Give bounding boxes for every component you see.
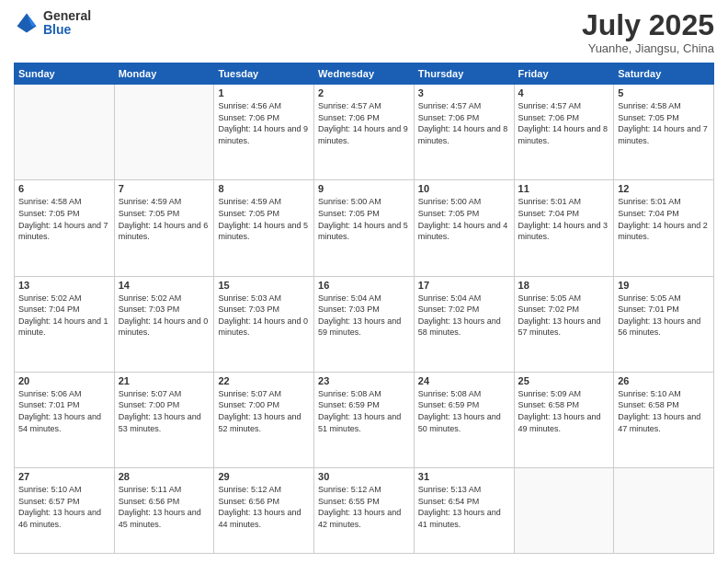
- logo: General Blue: [14, 9, 91, 38]
- day-content: Sunrise: 5:04 AMSunset: 7:03 PMDaylight:…: [318, 293, 410, 339]
- day-content: Sunrise: 4:59 AMSunset: 7:05 PMDaylight:…: [218, 196, 310, 242]
- page: General Blue July 2025 Yuanhe, Jiangsu, …: [0, 0, 728, 563]
- week-row-4: 20Sunrise: 5:06 AMSunset: 7:01 PMDayligh…: [15, 372, 714, 467]
- day-number: 15: [218, 280, 310, 291]
- header: General Blue July 2025 Yuanhe, Jiangsu, …: [14, 9, 714, 55]
- logo-text: General Blue: [43, 9, 91, 38]
- day-number: 2: [318, 87, 410, 98]
- day-content: Sunrise: 5:06 AMSunset: 7:01 PMDaylight:…: [18, 388, 110, 434]
- weekday-header-row: SundayMondayTuesdayWednesdayThursdayFrid…: [15, 63, 714, 85]
- day-number: 30: [318, 471, 410, 482]
- day-content: Sunrise: 4:57 AMSunset: 7:06 PMDaylight:…: [418, 100, 510, 146]
- day-number: 16: [318, 280, 410, 291]
- location: Yuanhe, Jiangsu, China: [582, 41, 714, 55]
- weekday-header-monday: Monday: [114, 63, 214, 85]
- calendar-cell: 29Sunrise: 5:12 AMSunset: 6:56 PMDayligh…: [214, 468, 314, 554]
- day-number: 11: [518, 183, 610, 194]
- weekday-header-friday: Friday: [514, 63, 614, 85]
- calendar-cell: 28Sunrise: 5:11 AMSunset: 6:56 PMDayligh…: [114, 468, 214, 554]
- day-number: 14: [119, 280, 210, 291]
- day-number: 6: [18, 183, 110, 194]
- calendar-cell: [15, 85, 115, 180]
- calendar-cell: [614, 468, 714, 554]
- weekday-header-wednesday: Wednesday: [314, 63, 415, 85]
- day-number: 19: [618, 280, 710, 291]
- day-content: Sunrise: 5:00 AMSunset: 7:05 PMDaylight:…: [418, 196, 510, 242]
- day-number: 27: [18, 471, 110, 482]
- day-content: Sunrise: 4:57 AMSunset: 7:06 PMDaylight:…: [518, 100, 610, 146]
- day-content: Sunrise: 5:02 AMSunset: 7:03 PMDaylight:…: [119, 293, 210, 339]
- day-content: Sunrise: 5:07 AMSunset: 7:00 PMDaylight:…: [218, 388, 310, 434]
- day-content: Sunrise: 4:57 AMSunset: 7:06 PMDaylight:…: [318, 100, 410, 146]
- calendar-cell: 20Sunrise: 5:06 AMSunset: 7:01 PMDayligh…: [15, 372, 115, 467]
- weekday-header-saturday: Saturday: [614, 63, 714, 85]
- day-number: 23: [318, 375, 410, 386]
- calendar-cell: [514, 468, 614, 554]
- calendar-table: SundayMondayTuesdayWednesdayThursdayFrid…: [14, 63, 714, 554]
- calendar-cell: 27Sunrise: 5:10 AMSunset: 6:57 PMDayligh…: [15, 468, 115, 554]
- calendar-cell: 8Sunrise: 4:59 AMSunset: 7:05 PMDaylight…: [214, 180, 314, 276]
- day-number: 25: [518, 375, 610, 386]
- day-content: Sunrise: 4:56 AMSunset: 7:06 PMDaylight:…: [218, 100, 310, 146]
- logo-general-text: General: [43, 9, 91, 23]
- logo-blue-text: Blue: [43, 23, 91, 37]
- day-number: 22: [218, 375, 310, 386]
- calendar-cell: 12Sunrise: 5:01 AMSunset: 7:04 PMDayligh…: [614, 180, 714, 276]
- day-number: 26: [618, 375, 710, 386]
- day-content: Sunrise: 5:07 AMSunset: 7:00 PMDaylight:…: [119, 388, 210, 434]
- day-content: Sunrise: 5:08 AMSunset: 6:59 PMDaylight:…: [318, 388, 410, 434]
- day-number: 12: [618, 183, 710, 194]
- day-content: Sunrise: 5:08 AMSunset: 6:59 PMDaylight:…: [418, 388, 510, 434]
- calendar-cell: [114, 85, 214, 180]
- day-content: Sunrise: 5:09 AMSunset: 6:58 PMDaylight:…: [518, 388, 610, 434]
- calendar-cell: 7Sunrise: 4:59 AMSunset: 7:05 PMDaylight…: [114, 180, 214, 276]
- calendar-cell: 2Sunrise: 4:57 AMSunset: 7:06 PMDaylight…: [314, 85, 415, 180]
- day-number: 13: [18, 280, 110, 291]
- calendar-cell: 5Sunrise: 4:58 AMSunset: 7:05 PMDaylight…: [614, 85, 714, 180]
- day-content: Sunrise: 5:10 AMSunset: 6:58 PMDaylight:…: [618, 388, 710, 434]
- week-row-1: 1Sunrise: 4:56 AMSunset: 7:06 PMDaylight…: [15, 85, 714, 180]
- day-content: Sunrise: 5:11 AMSunset: 6:56 PMDaylight:…: [119, 484, 210, 530]
- weekday-header-thursday: Thursday: [414, 63, 514, 85]
- calendar-cell: 23Sunrise: 5:08 AMSunset: 6:59 PMDayligh…: [314, 372, 415, 467]
- calendar-cell: 11Sunrise: 5:01 AMSunset: 7:04 PMDayligh…: [514, 180, 614, 276]
- day-content: Sunrise: 5:13 AMSunset: 6:54 PMDaylight:…: [418, 484, 510, 530]
- day-number: 18: [518, 280, 610, 291]
- title-block: July 2025 Yuanhe, Jiangsu, China: [582, 9, 714, 55]
- calendar-cell: 3Sunrise: 4:57 AMSunset: 7:06 PMDaylight…: [414, 85, 514, 180]
- day-number: 7: [119, 183, 210, 194]
- calendar-cell: 10Sunrise: 5:00 AMSunset: 7:05 PMDayligh…: [414, 180, 514, 276]
- week-row-5: 27Sunrise: 5:10 AMSunset: 6:57 PMDayligh…: [15, 468, 714, 554]
- month-title: July 2025: [582, 9, 714, 41]
- calendar-cell: 14Sunrise: 5:02 AMSunset: 7:03 PMDayligh…: [114, 276, 214, 372]
- day-content: Sunrise: 5:05 AMSunset: 7:01 PMDaylight:…: [618, 293, 710, 339]
- day-number: 20: [18, 375, 110, 386]
- logo-icon: [14, 10, 40, 36]
- day-number: 21: [119, 375, 210, 386]
- calendar-cell: 6Sunrise: 4:58 AMSunset: 7:05 PMDaylight…: [15, 180, 115, 276]
- day-number: 3: [418, 87, 510, 98]
- day-number: 31: [418, 471, 510, 482]
- day-content: Sunrise: 5:01 AMSunset: 7:04 PMDaylight:…: [618, 196, 710, 242]
- week-row-2: 6Sunrise: 4:58 AMSunset: 7:05 PMDaylight…: [15, 180, 714, 276]
- day-content: Sunrise: 5:12 AMSunset: 6:55 PMDaylight:…: [318, 484, 410, 530]
- day-number: 4: [518, 87, 610, 98]
- calendar-cell: 22Sunrise: 5:07 AMSunset: 7:00 PMDayligh…: [214, 372, 314, 467]
- day-content: Sunrise: 4:59 AMSunset: 7:05 PMDaylight:…: [119, 196, 210, 242]
- day-content: Sunrise: 5:05 AMSunset: 7:02 PMDaylight:…: [518, 293, 610, 339]
- calendar-cell: 9Sunrise: 5:00 AMSunset: 7:05 PMDaylight…: [314, 180, 415, 276]
- calendar-cell: 17Sunrise: 5:04 AMSunset: 7:02 PMDayligh…: [414, 276, 514, 372]
- day-number: 24: [418, 375, 510, 386]
- weekday-header-tuesday: Tuesday: [214, 63, 314, 85]
- day-content: Sunrise: 5:04 AMSunset: 7:02 PMDaylight:…: [418, 293, 510, 339]
- calendar-cell: 21Sunrise: 5:07 AMSunset: 7:00 PMDayligh…: [114, 372, 214, 467]
- day-number: 5: [618, 87, 710, 98]
- day-number: 29: [218, 471, 310, 482]
- day-content: Sunrise: 5:03 AMSunset: 7:03 PMDaylight:…: [218, 293, 310, 339]
- calendar-cell: 15Sunrise: 5:03 AMSunset: 7:03 PMDayligh…: [214, 276, 314, 372]
- calendar-cell: 31Sunrise: 5:13 AMSunset: 6:54 PMDayligh…: [414, 468, 514, 554]
- calendar-cell: 18Sunrise: 5:05 AMSunset: 7:02 PMDayligh…: [514, 276, 614, 372]
- day-number: 8: [218, 183, 310, 194]
- day-content: Sunrise: 5:12 AMSunset: 6:56 PMDaylight:…: [218, 484, 310, 530]
- calendar-cell: 13Sunrise: 5:02 AMSunset: 7:04 PMDayligh…: [15, 276, 115, 372]
